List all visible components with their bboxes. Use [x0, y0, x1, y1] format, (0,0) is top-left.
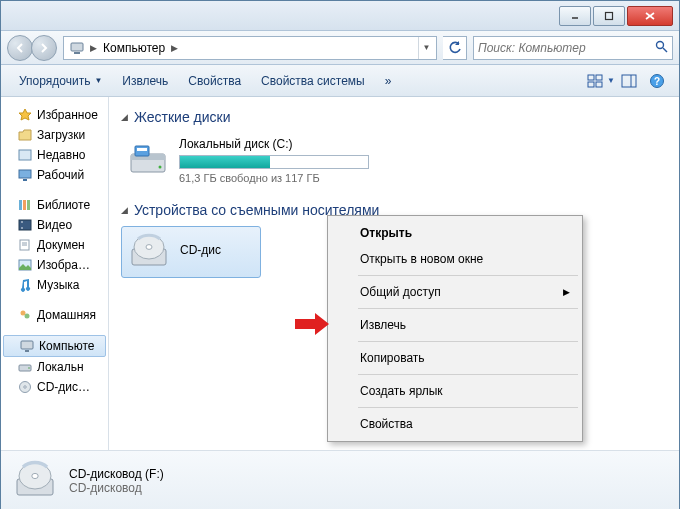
chevron-down-icon: ▼ [607, 76, 615, 85]
sidebar-item-downloads[interactable]: Загрузки [1, 125, 108, 145]
svg-point-47 [32, 473, 38, 478]
chevron-right-icon[interactable]: ▶ [169, 43, 180, 53]
svg-point-44 [146, 245, 152, 250]
sidebar-libraries[interactable]: Библиоте [1, 195, 108, 215]
eject-button[interactable]: Извлечь [112, 68, 178, 94]
sidebar-item-label: CD-дис… [37, 380, 90, 394]
svg-point-34 [28, 367, 30, 369]
sidebar-item-local-disk[interactable]: Локальн [1, 357, 108, 377]
svg-rect-11 [596, 82, 602, 87]
address-dropdown[interactable]: ▼ [418, 37, 434, 59]
refresh-button[interactable] [443, 36, 467, 60]
svg-rect-9 [588, 82, 594, 87]
svg-rect-1 [606, 12, 613, 19]
svg-rect-4 [71, 43, 83, 51]
chevron-down-icon: ▼ [94, 76, 102, 85]
preview-pane-button[interactable] [615, 69, 643, 93]
svg-rect-21 [27, 200, 30, 210]
sidebar-favorites[interactable]: Избранное [1, 105, 108, 125]
star-icon [17, 107, 33, 123]
sidebar-label: Домашняя [37, 308, 96, 322]
toolbar-more[interactable]: » [375, 68, 402, 94]
section-hard-drives[interactable]: ◢ Жесткие диски [121, 109, 667, 125]
callout-arrow-icon [295, 313, 329, 339]
menu-properties[interactable]: Свойства [330, 411, 580, 437]
drive-local-c[interactable]: Локальный диск (C:) 61,3 ГБ свободно из … [121, 133, 441, 188]
nav-row: ▶ Компьютер ▶ ▼ [1, 31, 679, 65]
menu-label: Общий доступ [360, 285, 441, 299]
close-button[interactable] [627, 6, 673, 26]
drive-icon [17, 359, 33, 375]
sidebar-item-recent[interactable]: Недавно [1, 145, 108, 165]
sidebar-item-cd-drive[interactable]: CD-дис… [1, 377, 108, 397]
forward-button[interactable] [31, 35, 57, 61]
sidebar-item-documents[interactable]: Докумен [1, 235, 108, 255]
submenu-arrow-icon: ▶ [563, 287, 570, 297]
svg-rect-5 [74, 52, 80, 54]
menu-create-shortcut[interactable]: Создать ярлык [330, 378, 580, 404]
organize-menu[interactable]: Упорядочить ▼ [9, 68, 112, 94]
svg-point-24 [21, 227, 23, 229]
svg-rect-32 [25, 350, 29, 352]
collapse-icon: ◢ [121, 205, 128, 215]
pictures-icon [17, 257, 33, 273]
drive-cd[interactable]: CD-дис [121, 226, 261, 278]
search-input[interactable] [478, 41, 651, 55]
toolbar: Упорядочить ▼ Извлечь Свойства Свойства … [1, 65, 679, 97]
svg-rect-12 [622, 75, 636, 87]
svg-rect-8 [588, 75, 594, 80]
body: Избранное Загрузки Недавно Рабочий Библи… [1, 97, 679, 450]
back-button[interactable] [7, 35, 33, 61]
cd-drive-icon [13, 459, 57, 503]
menu-open-new-window[interactable]: Открыть в новом окне [330, 246, 580, 272]
recent-icon [17, 147, 33, 163]
sidebar-computer[interactable]: Компьюте [3, 335, 106, 357]
libraries-icon [17, 197, 33, 213]
sidebar-item-label: Докумен [37, 238, 85, 252]
search-box[interactable] [473, 36, 673, 60]
music-icon [17, 277, 33, 293]
sidebar-homegroup[interactable]: Домашняя [1, 305, 108, 325]
sidebar-item-label: Музыка [37, 278, 79, 292]
svg-point-39 [159, 165, 162, 168]
svg-text:?: ? [654, 76, 660, 87]
menu-copy[interactable]: Копировать [330, 345, 580, 371]
chevron-right-icon[interactable]: ▶ [88, 43, 99, 53]
system-properties-button[interactable]: Свойства системы [251, 68, 375, 94]
sidebar-item-label: Загрузки [37, 128, 85, 142]
search-icon [655, 39, 668, 57]
details-pane: CD-дисковод (F:) CD-дисковод [1, 450, 679, 509]
svg-rect-10 [596, 75, 602, 80]
organize-label: Упорядочить [19, 74, 90, 88]
sidebar-item-label: Видео [37, 218, 72, 232]
video-icon [17, 217, 33, 233]
sidebar-item-pictures[interactable]: Изобра… [1, 255, 108, 275]
drive-name: Локальный диск (C:) [179, 137, 435, 151]
svg-rect-31 [21, 341, 33, 349]
properties-button[interactable]: Свойства [178, 68, 251, 94]
breadcrumb-computer[interactable]: Компьютер [99, 41, 169, 55]
sidebar-item-videos[interactable]: Видео [1, 215, 108, 235]
drive-free-text: 61,3 ГБ свободно из 117 ГБ [179, 172, 435, 184]
svg-point-30 [25, 314, 30, 319]
svg-point-36 [24, 386, 26, 388]
minimize-button[interactable] [559, 6, 591, 26]
maximize-button[interactable] [593, 6, 625, 26]
menu-eject[interactable]: Извлечь [330, 312, 580, 338]
drive-name: CD-дис [180, 243, 254, 257]
sidebar-item-desktop[interactable]: Рабочий [1, 165, 108, 185]
sidebar-item-label: Изобра… [37, 258, 90, 272]
cd-icon [17, 379, 33, 395]
sidebar-label: Библиоте [37, 198, 90, 212]
folder-icon [17, 127, 33, 143]
address-bar[interactable]: ▶ Компьютер ▶ ▼ [63, 36, 437, 60]
content-pane: ◢ Жесткие диски Локальный диск (C:) 61,3… [109, 97, 679, 450]
menu-open[interactable]: Открыть [330, 220, 580, 246]
menu-share[interactable]: Общий доступ▶ [330, 279, 580, 305]
svg-rect-22 [19, 220, 31, 230]
documents-icon [17, 237, 33, 253]
details-name: CD-дисковод (F:) [69, 467, 164, 481]
help-button[interactable]: ? [643, 69, 671, 93]
sidebar-item-music[interactable]: Музыка [1, 275, 108, 295]
view-button[interactable]: ▼ [587, 69, 615, 93]
